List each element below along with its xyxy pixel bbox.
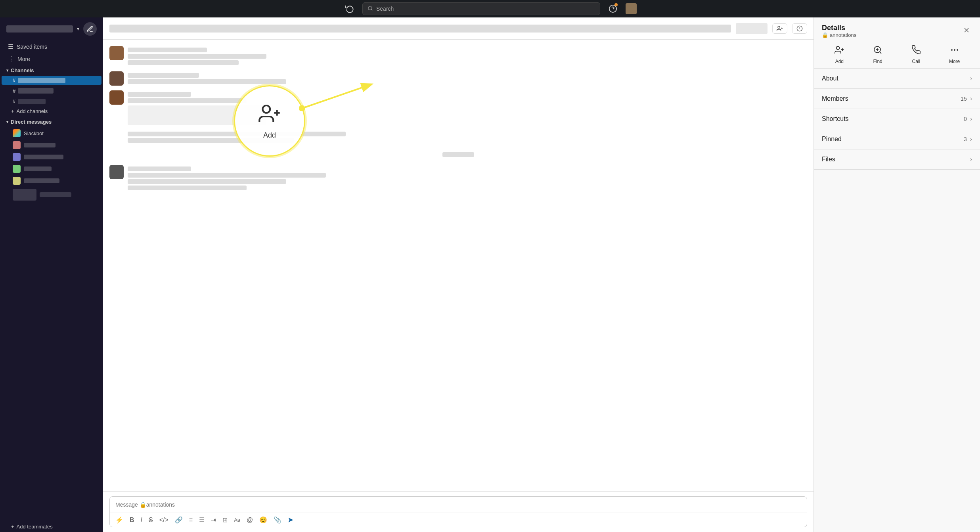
user-avatar[interactable] (626, 3, 637, 14)
message-content (128, 130, 807, 144)
messages-area[interactable] (103, 40, 813, 491)
message-content (128, 46, 807, 67)
more-dots-icon (950, 45, 959, 57)
files-label: Files (822, 156, 835, 163)
files-chevron: › (970, 156, 972, 163)
svg-point-12 (836, 46, 840, 50)
add-teammates-label: Add teammates (17, 524, 53, 530)
lightning-icon[interactable]: ⚡ (114, 515, 125, 524)
code-icon[interactable]: </> (158, 516, 170, 524)
indent-icon[interactable]: ⇥ (209, 515, 218, 524)
channel-header-image (736, 23, 768, 34)
help-icon[interactable] (607, 2, 619, 15)
members-label: Members (822, 95, 848, 102)
message-avatar (109, 90, 124, 105)
dm-item-5[interactable] (2, 187, 101, 203)
about-label: About (822, 75, 838, 82)
dm-item-1[interactable] (2, 139, 101, 151)
more-action-label: More (949, 59, 960, 64)
attachment-icon[interactable]: 📎 (272, 515, 283, 524)
find-icon (873, 45, 882, 57)
details-more-action[interactable]: More (943, 45, 967, 64)
sidebar-item-more[interactable]: ⋮ More (2, 53, 101, 65)
send-icon[interactable]: ➤ (286, 515, 295, 524)
find-action-label: Find (873, 59, 882, 64)
text-size-icon[interactable]: Aa (232, 516, 242, 524)
dm-section[interactable]: ▾ Direct messages (0, 117, 103, 127)
details-find-action[interactable]: Find (866, 45, 890, 64)
bold-icon[interactable]: B (128, 516, 136, 524)
dm-item-3[interactable] (2, 163, 101, 175)
message-row (109, 149, 807, 160)
channel-item-active[interactable]: # (2, 76, 101, 85)
hash-icon: # (13, 88, 15, 94)
details-call-action[interactable]: Call (904, 45, 928, 64)
unordered-list-icon[interactable]: ☰ (197, 515, 206, 524)
details-panel: Details 🔒 annotations Add Find (813, 17, 980, 532)
channels-section[interactable]: ▾ Channels (0, 65, 103, 76)
info-button[interactable] (792, 23, 807, 34)
members-section[interactable]: Members 15 › (814, 89, 980, 109)
details-close-button[interactable] (961, 25, 972, 38)
channel-item-2[interactable]: # (2, 97, 101, 106)
search-bar[interactable]: Search (362, 2, 600, 15)
mention-icon[interactable]: @ (245, 516, 255, 524)
files-section[interactable]: Files › (814, 149, 980, 170)
emoji-icon[interactable]: 😊 (258, 515, 269, 524)
workspace-name[interactable] (6, 25, 73, 33)
ordered-list-icon[interactable]: ≡ (188, 516, 194, 524)
dm-chevron: ▾ (6, 120, 8, 124)
members-count: 15 (961, 96, 967, 102)
strikethrough-icon[interactable]: S (147, 516, 155, 524)
shortcuts-count: 0 (964, 116, 967, 122)
compose-button[interactable] (83, 22, 97, 36)
more-label: More (17, 56, 30, 62)
shortcuts-section[interactable]: Shortcuts 0 › (814, 109, 980, 129)
details-title: Details (822, 24, 856, 32)
more-icon: ⋮ (8, 55, 14, 63)
add-action-label: Add (835, 59, 844, 64)
topbar: Search (0, 0, 980, 17)
sidebar-item-saved[interactable]: ☰ Saved items (2, 40, 101, 53)
notification-dot (614, 3, 618, 6)
link-icon[interactable]: 🔗 (173, 515, 184, 524)
message-input[interactable] (110, 497, 807, 513)
slackbot-label: Slackbot (24, 130, 44, 136)
search-icon (368, 6, 373, 12)
about-chevron: › (970, 75, 972, 82)
dm-item-4[interactable] (2, 175, 101, 187)
sidebar-header: ▾ (0, 17, 103, 40)
channel-name-blurred (109, 25, 731, 33)
history-icon[interactable] (343, 2, 356, 15)
block-icon[interactable]: ⊞ (221, 515, 229, 524)
message-content (128, 71, 807, 86)
plus-icon: + (11, 108, 14, 114)
svg-line-16 (880, 52, 881, 54)
message-toolbar: ⚡ B I S </> 🔗 ≡ ☰ ⇥ ⊞ Aa @ 😊 📎 ➤ (110, 513, 807, 527)
add-teammates-item[interactable]: + Add teammates (0, 521, 103, 532)
call-action-label: Call (912, 59, 921, 64)
svg-point-22 (263, 105, 270, 113)
channel-item-1[interactable]: # (2, 85, 101, 97)
pinned-section[interactable]: Pinned 3 › (814, 129, 980, 149)
saved-items-label: Saved items (17, 44, 47, 50)
divider (109, 152, 807, 157)
add-member-button[interactable] (772, 23, 787, 34)
svg-point-19 (951, 50, 952, 50)
shortcuts-label: Shortcuts (822, 115, 849, 122)
italic-icon[interactable]: I (139, 516, 144, 524)
message-row (109, 46, 807, 67)
main-area: ⚡ B I S </> 🔗 ≡ ☰ ⇥ ⊞ Aa @ 😊 📎 ➤ (103, 17, 813, 532)
svg-point-20 (954, 50, 955, 50)
message-avatar (109, 165, 124, 179)
about-section[interactable]: About › (814, 69, 980, 89)
dm-item-2[interactable] (2, 151, 101, 163)
add-channels-item[interactable]: + Add channels (0, 106, 103, 117)
spotlight-add-member[interactable]: Add (234, 85, 305, 157)
details-subtitle: 🔒 annotations (822, 32, 856, 38)
hash-icon: # (13, 77, 15, 83)
message-input-area: ⚡ B I S </> 🔗 ≡ ☰ ⇥ ⊞ Aa @ 😊 📎 ➤ (103, 491, 813, 532)
dm-slackbot[interactable]: Slackbot (2, 127, 101, 139)
details-add-action[interactable]: Add (827, 45, 851, 64)
search-placeholder: Search (376, 6, 394, 12)
